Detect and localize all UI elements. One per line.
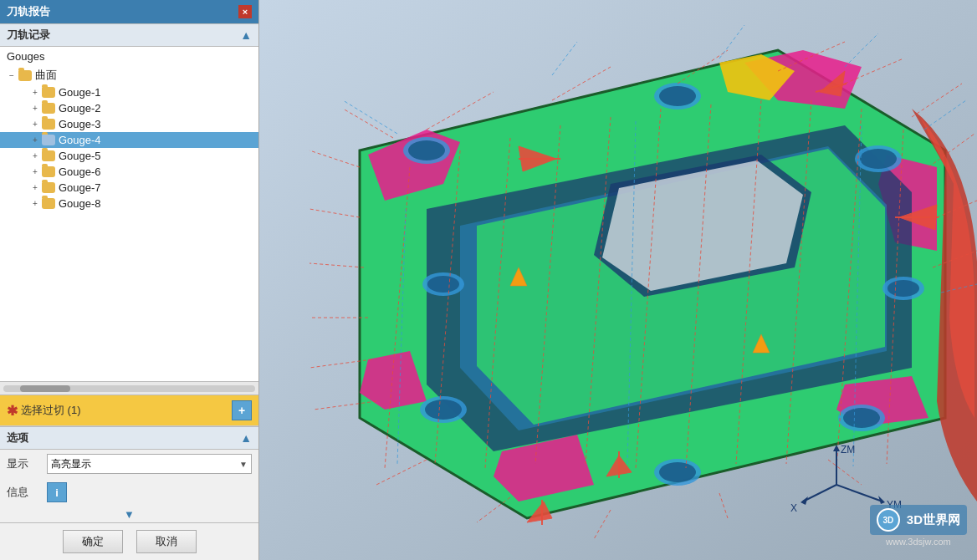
title-bar: 刀轨报告 ×	[0, 0, 258, 23]
gouge6-label: Gouge-6	[59, 165, 101, 178]
expand-icon: +	[30, 135, 40, 145]
svg-point-29	[659, 462, 696, 482]
expand-icon: +	[30, 151, 40, 161]
folder-icon	[42, 103, 55, 114]
folder-icon	[42, 150, 55, 161]
horizontal-scrollbar[interactable]	[0, 382, 258, 395]
scrollbar-track[interactable]	[3, 385, 255, 392]
display-value: 高亮显示	[51, 457, 91, 471]
tree-item-gouge5[interactable]: + Gouge-5	[0, 148, 258, 164]
tree-item-gouge7[interactable]: + Gouge-7	[0, 180, 258, 196]
gouge5-label: Gouge-5	[59, 150, 101, 162]
svg-text:X: X	[790, 502, 797, 514]
options-label: 选项	[7, 430, 28, 445]
brand-name: 3D世界网	[907, 512, 960, 528]
info-label: 信息	[7, 485, 40, 500]
svg-point-23	[843, 408, 880, 428]
confirm-button[interactable]: 确定	[63, 530, 123, 553]
brand-logo: 3D	[877, 508, 900, 532]
folder-icon	[42, 198, 55, 209]
display-select[interactable]: 高亮显示 ▼	[47, 454, 252, 474]
collapse-icon[interactable]: ▲	[240, 28, 252, 42]
gouge1-label: Gouge-1	[59, 86, 101, 99]
selection-text: 选择过切 (1)	[21, 403, 81, 418]
folder-icon	[42, 166, 55, 177]
toolpath-record-label: 刀轨记录	[7, 28, 50, 43]
tree-item-gouge1[interactable]: + Gouge-1	[0, 84, 258, 100]
folder-icon	[18, 70, 32, 81]
expand-icon: +	[30, 120, 40, 130]
close-button[interactable]: ×	[238, 5, 252, 18]
panel-title: 刀轨报告	[7, 4, 50, 19]
expand-icon: −	[7, 70, 17, 80]
options-section: 选项 ▲ 显示 高亮显示 ▼ 信息 i ▼	[0, 426, 258, 522]
expand-icon: +	[30, 88, 40, 98]
expand-icon: +	[30, 199, 40, 209]
options-header: 选项 ▲	[0, 426, 258, 450]
options-expand-row: ▼	[0, 507, 258, 522]
svg-point-25	[427, 276, 459, 293]
action-buttons-bar: 确定 取消	[0, 522, 258, 560]
expand-icon: +	[30, 167, 40, 177]
scene: ZM YM X 3D 3D世界网 www.3dsjw.com	[259, 0, 977, 560]
brand-box: 3D 3D世界网	[870, 505, 967, 535]
folder-icon	[42, 182, 55, 193]
left-panel: 刀轨报告 × 刀轨记录 ▲ Gouges − 曲面 + Gouge-1 + Go…	[0, 0, 259, 560]
svg-point-27	[887, 280, 919, 297]
tree-item-gouge6[interactable]: + Gouge-6	[0, 164, 258, 180]
dropdown-arrow-icon: ▼	[239, 460, 248, 469]
scrollbar-thumb[interactable]	[20, 385, 70, 392]
folder-icon	[42, 119, 55, 130]
folder-icon	[42, 135, 55, 145]
svg-point-31	[659, 86, 696, 106]
gouge2-label: Gouge-2	[59, 102, 101, 115]
options-collapse-icon[interactable]: ▲	[240, 431, 252, 445]
expand-icon: +	[30, 183, 40, 193]
3d-viewport[interactable]: ZM YM X 3D 3D世界网 www.3dsjw.com	[259, 0, 977, 560]
toolpath-record-header: 刀轨记录 ▲	[0, 23, 258, 47]
svg-point-21	[425, 400, 462, 420]
gouge7-label: Gouge-7	[59, 181, 101, 194]
svg-point-17	[408, 140, 445, 160]
cancel-button[interactable]: 取消	[136, 530, 197, 553]
tree-item-gouge8[interactable]: + Gouge-8	[0, 196, 258, 211]
expand-icon: +	[30, 104, 40, 114]
tree-node-surface[interactable]: − 曲面	[0, 66, 258, 84]
selection-bar: ✱ 选择过切 (1) +	[0, 395, 258, 426]
tree-item-gouge4[interactable]: + Gouge-4	[0, 132, 258, 148]
selection-info: ✱ 选择过切 (1)	[7, 403, 81, 419]
svg-point-19	[860, 149, 897, 169]
gouge3-label: Gouge-3	[59, 118, 101, 130]
folder-icon	[42, 87, 55, 98]
surface-node-label: 曲面	[35, 68, 57, 83]
gouge8-label: Gouge-8	[59, 197, 101, 210]
svg-text:ZM: ZM	[841, 444, 855, 456]
add-selection-button[interactable]: +	[232, 400, 252, 420]
asterisk-icon: ✱	[7, 403, 18, 419]
gouges-root-label: Gouges	[0, 47, 258, 66]
display-row: 显示 高亮显示 ▼	[0, 450, 258, 478]
display-label: 显示	[7, 456, 40, 471]
options-expand-icon[interactable]: ▼	[124, 508, 135, 521]
tree-area[interactable]: Gouges − 曲面 + Gouge-1 + Gouge-2 + Gouge-…	[0, 47, 258, 382]
info-row: 信息 i	[0, 478, 258, 507]
tree-item-gouge2[interactable]: + Gouge-2	[0, 100, 258, 116]
brand-url: www.3dsjw.com	[870, 537, 967, 547]
gouge4-label: Gouge-4	[59, 134, 101, 146]
tree-item-gouge3[interactable]: + Gouge-3	[0, 116, 258, 132]
3d-part-visualization: ZM YM X	[259, 0, 977, 560]
info-button[interactable]: i	[47, 482, 67, 502]
watermark: 3D 3D世界网 www.3dsjw.com	[870, 505, 967, 547]
